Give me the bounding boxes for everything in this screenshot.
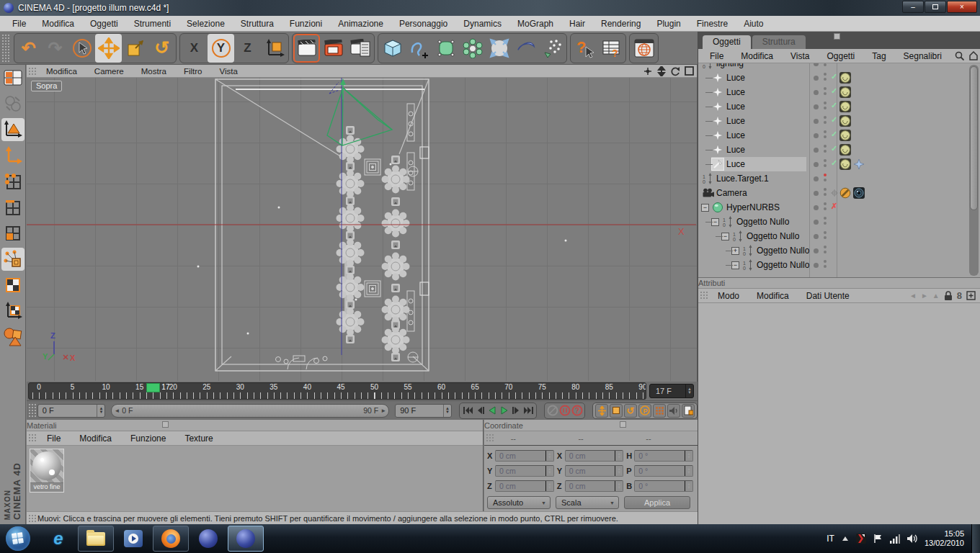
autokey-button[interactable]: ? [571, 404, 583, 418]
current-frame-marker[interactable] [146, 383, 160, 392]
menu-finestre[interactable]: Finestre [689, 17, 736, 31]
enabled-check-icon[interactable]: ✓ [831, 144, 837, 153]
history-forward-icon[interactable]: ► [921, 292, 928, 300]
key-pla-button[interactable] [653, 404, 666, 418]
coord-field-y-1[interactable]: 0 cm▲▼ [495, 465, 554, 477]
viewport-menu-modifica[interactable]: Modifica [37, 67, 86, 76]
editor-render-dots[interactable] [824, 73, 827, 83]
object-manager-menu-file[interactable]: File [701, 51, 732, 61]
attributes-menu-modifica[interactable]: Modifica [748, 291, 798, 301]
clock[interactable]: 15:05 13/02/2010 [925, 529, 964, 548]
add-particles-button[interactable] [539, 34, 566, 63]
tag-luminance-icon[interactable] [839, 158, 851, 170]
use-deformed-editing-button[interactable] [1, 92, 24, 115]
materials-collapse-checkbox[interactable] [162, 421, 169, 428]
menu-funzioni[interactable]: Funzioni [282, 17, 330, 31]
visibility-dot[interactable] [814, 133, 819, 138]
snap-settings-button[interactable] [1, 325, 24, 349]
play-backward-button[interactable] [486, 404, 498, 418]
timeline-track[interactable]: 17 051015202530354045505560657075808590 [28, 382, 646, 400]
taskbar-cinema4d-active[interactable] [228, 526, 264, 552]
object-manager-menu-oggetti[interactable]: Oggetti [819, 51, 864, 61]
editor-render-dots[interactable] [824, 260, 827, 270]
object-manager-menu-modifica[interactable]: Modifica [732, 51, 782, 61]
coordinate-system-button[interactable] [261, 34, 288, 63]
x-axis-lock-button[interactable]: X [181, 34, 208, 63]
coord-spinner[interactable]: ▲▼ [545, 481, 553, 491]
viewport-grip[interactable] [28, 67, 36, 75]
keyframe-button[interactable] [546, 404, 558, 418]
range-right-arrow-icon[interactable]: ► [378, 408, 388, 414]
search-icon[interactable] [955, 51, 964, 60]
previous-frame-button[interactable] [473, 404, 486, 418]
coord-spinner[interactable]: ▲▼ [545, 466, 553, 476]
object-manager-menu-tag[interactable]: Tag [863, 51, 894, 61]
editor-render-dots[interactable] [824, 231, 827, 241]
key-sound-button[interactable] [667, 404, 680, 418]
tray-expand-icon[interactable] [842, 536, 849, 541]
viewport-canvas[interactable]: X Z Y [27, 78, 697, 381]
tab-struttura[interactable]: Struttura [752, 35, 806, 49]
attributes-add-icon[interactable] [966, 291, 976, 300]
viewport-rotate-icon[interactable] [670, 66, 680, 76]
scale-tool-button[interactable] [122, 34, 148, 63]
tree-row-luce-5[interactable]: Luce✓ [698, 128, 980, 143]
add-modifier-button[interactable] [459, 34, 486, 63]
coord-spinner[interactable]: ▲▼ [615, 451, 623, 461]
viewport-menu-mostra[interactable]: Mostra [133, 67, 175, 76]
taskbar-media-player[interactable] [115, 526, 151, 552]
visibility-dot[interactable] [814, 205, 819, 210]
visibility-dot[interactable] [814, 76, 819, 81]
parent-up-icon[interactable]: ▲ [932, 292, 940, 300]
link-icon[interactable]: 8 [957, 290, 962, 301]
loop-start-spinner[interactable]: ▲▼ [97, 405, 104, 417]
kaspersky-icon[interactable] [855, 533, 867, 544]
menu-modifica[interactable]: Modifica [34, 17, 82, 31]
editor-render-dots[interactable] [824, 188, 827, 198]
material-item[interactable]: vetro fine [30, 449, 64, 493]
tab-oggetti[interactable]: Oggetti [703, 35, 751, 49]
menu-plugin[interactable]: Plugin [649, 17, 688, 31]
end-frame-field[interactable]: 90 F ▲▼ [395, 404, 452, 418]
taskbar-firefox[interactable] [153, 526, 189, 552]
coord-field-z-2[interactable]: 0 cm▲▼ [495, 480, 554, 492]
coord-spinner[interactable]: ▲▼ [545, 451, 553, 461]
visibility-dot[interactable] [814, 248, 819, 253]
content-browser-button[interactable]: ? [598, 34, 625, 63]
materials-menu-texture[interactable]: Texture [175, 433, 222, 444]
minimize-button[interactable]: – [902, 1, 924, 13]
transport-grip[interactable] [28, 403, 36, 418]
point-mode-button[interactable] [1, 170, 24, 193]
editor-render-dots[interactable] [824, 202, 827, 212]
tag-stop-icon[interactable] [839, 187, 851, 199]
tree-scrollbar[interactable] [969, 65, 979, 276]
visibility-dot[interactable] [814, 162, 819, 167]
coord-field-x-0[interactable]: 0 cm▲▼ [565, 450, 624, 462]
coord-spinner[interactable]: ▲▼ [685, 481, 692, 491]
coord-field-b-2[interactable]: 0 °▲▼ [634, 480, 693, 492]
editor-render-dots[interactable] [824, 246, 827, 256]
editor-render-dots[interactable] [824, 63, 827, 68]
object-manager-menu-vista[interactable]: Vista [782, 51, 818, 61]
mode-dropdown[interactable]: Assoluto ▼ [487, 496, 551, 509]
editor-render-dots[interactable] [824, 116, 827, 126]
volume-icon[interactable] [906, 534, 918, 544]
render-active-view-button[interactable] [320, 34, 347, 63]
menu-mograph[interactable]: MoGraph [509, 17, 561, 31]
tag-lens-icon[interactable] [853, 187, 865, 199]
add-deformer-button[interactable] [512, 34, 539, 63]
tree-row-oggetto-nullo-12[interactable]: −10Oggetto Nullo [698, 229, 980, 243]
render-view-button[interactable] [293, 34, 320, 63]
enabled-check-icon[interactable]: ✓ [831, 115, 837, 125]
tree-row-oggetto-nullo-11[interactable]: −10Oggetto Nullo [698, 215, 980, 229]
tag-luminance-icon[interactable] [839, 72, 851, 84]
toolbar-grip[interactable] [1, 34, 9, 62]
taskbar-windows-explorer[interactable] [78, 526, 114, 552]
viewport-menu-camere[interactable]: Camere [86, 67, 133, 76]
materials-menu-funzione[interactable]: Funzione [121, 433, 175, 444]
loop-start-field[interactable]: 0 F ▲▼ [37, 404, 106, 418]
taskbar-cinema4d[interactable] [190, 526, 226, 552]
tree-row-luce-1[interactable]: Luce✓ [698, 71, 980, 85]
menu-aiuto[interactable]: Aiuto [736, 17, 771, 31]
scale-dropdown[interactable]: Scala ▼ [556, 496, 619, 509]
